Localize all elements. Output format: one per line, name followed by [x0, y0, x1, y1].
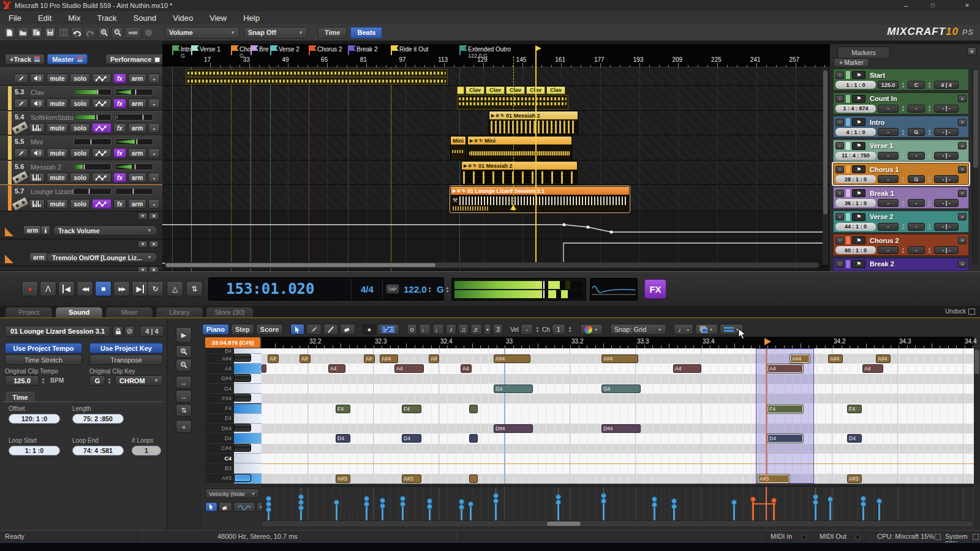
marker-tempo[interactable]: - [878, 128, 899, 136]
midi-note-A4[interactable] [262, 364, 266, 373]
menu-track[interactable]: Track [97, 13, 117, 23]
mute-button[interactable]: mute [47, 199, 69, 209]
menu-video[interactable]: Video [173, 13, 193, 23]
automation-icon[interactable] [92, 148, 111, 158]
offset-field[interactable]: 120: 1 :0 [9, 414, 60, 424]
zoom-out-icon[interactable] [111, 27, 123, 39]
rewind-button[interactable]: ◀◀ [77, 281, 93, 296]
track-volume-slider[interactable] [74, 114, 111, 121]
pr-drum-grid-icon[interactable] [377, 324, 399, 335]
pencil-icon[interactable] [14, 73, 28, 83]
track-row-5.4[interactable]: 5.4SoftHornStabsmutesolofxarm⌄ [0, 111, 162, 135]
marker-key[interactable]: G [908, 128, 925, 136]
marker-expand-icon[interactable]: › [835, 190, 844, 197]
time-mode-button[interactable]: Time [318, 27, 347, 39]
song-position[interactable]: 153:01.020 [226, 280, 315, 298]
go-to-start-button[interactable]: ◀ [58, 281, 75, 296]
piano-key-E4[interactable] [234, 414, 262, 424]
fx-button[interactable]: fx [113, 148, 126, 158]
automation-icon[interactable] [92, 123, 111, 133]
tap-tempo-button[interactable]: TAP [386, 284, 399, 294]
orig-tempo-spinner[interactable]: ▲▼ [40, 377, 46, 384]
mute-button[interactable]: mute [47, 173, 69, 182]
automation-type-dropdown[interactable]: Volume▼ [165, 27, 239, 39]
automation-icon[interactable] [92, 199, 111, 209]
marker-flag-icon[interactable]: ⚑ [852, 213, 865, 221]
piano-key-G4[interactable] [234, 384, 262, 394]
speaker-icon[interactable] [30, 73, 45, 83]
lane-arm-button[interactable]: arm [23, 225, 42, 235]
midi-note-D4[interactable]: D4 [336, 434, 350, 443]
midi-note-F4[interactable]: F4 [402, 405, 421, 413]
midi-note-D#4[interactable]: D#4 [494, 424, 533, 433]
orig-tempo-value[interactable]: 125.0 [5, 375, 39, 386]
stop-button[interactable]: ■ [95, 281, 111, 296]
track-volume-slider[interactable] [74, 163, 111, 170]
pr-snap-dropdown[interactable]: Snap: Grid▼ [610, 324, 666, 335]
arrange-h-scrollbar[interactable] [164, 262, 820, 268]
midi-note-A#3[interactable] [469, 474, 478, 483]
marker-close-icon[interactable]: × [958, 119, 967, 126]
marker-expand-icon[interactable]: › [835, 95, 844, 102]
marker-row-chorus-1[interactable]: ›⚑Chorus 1×28 : 1 : 0-▲▼G▲▼- | - [833, 163, 969, 185]
marker-key[interactable]: - [908, 105, 925, 113]
punch-in-out-button[interactable]: ⇅ [186, 281, 203, 296]
midi-note-A#3[interactable]: A#3 [758, 474, 790, 483]
key-spinner[interactable]: ▲▼ [445, 285, 450, 293]
midi-note-A#3[interactable]: A#3 [402, 474, 421, 483]
pr-triplet-button[interactable]: 3 [493, 324, 503, 335]
clav-cell[interactable]: Clav [546, 86, 565, 94]
pr-ch-value[interactable]: 1 [552, 324, 565, 335]
piano-icon[interactable] [29, 173, 45, 182]
clip-01-messiah-2[interactable]: ▶ ⊘ ↻01 Messiah 2 [489, 111, 578, 135]
zoom-in-icon[interactable] [98, 27, 110, 39]
midi-note-A4[interactable]: A4 [767, 364, 803, 373]
marker-key[interactable]: G [908, 175, 925, 183]
midi-note-G4[interactable]: G4 [494, 384, 533, 393]
notebook-icon[interactable] [58, 27, 69, 39]
track-row-5.7[interactable]: 5.7Lounge Lizard...mutesolofxarm⌄ [0, 185, 162, 211]
pencil-icon[interactable] [14, 148, 28, 158]
center-playhead-icon[interactable]: ⇅ [176, 404, 192, 417]
marker-position[interactable]: 44 : 1 : 0 [835, 223, 876, 231]
solo-button[interactable]: solo [70, 199, 90, 209]
marker-expand-icon[interactable]: › [835, 119, 844, 126]
pr-humanize-button[interactable]: ♩• [674, 324, 693, 335]
marker-position[interactable]: 1 : 4 : 874 [835, 105, 876, 113]
midi-note-A4[interactable]: A4 [862, 364, 883, 373]
clip-01-lounge-lizard-session-3-1[interactable]: ▶ ⊘ ↻01 Lounge Lizard Session 3.1⚒ [450, 186, 630, 212]
collapse-panel-icon[interactable]: « [176, 420, 192, 433]
solo-button[interactable]: solo [70, 173, 90, 182]
midi-settings-icon[interactable]: midi [125, 27, 141, 39]
go-to-end-button[interactable]: ▶ [132, 281, 148, 296]
import-icon[interactable] [31, 27, 42, 39]
h-zoom-in-icon[interactable]: ↔ [176, 376, 192, 389]
h-zoom-out-icon[interactable]: ↔ [176, 390, 192, 403]
marker-flag-icon[interactable]: ⚑ [852, 118, 865, 126]
piano-roll-h-scrollbar[interactable] [262, 520, 974, 527]
lane-param-dropdown[interactable]: Track Volume▼ [53, 225, 157, 236]
track-volume-slider[interactable] [74, 188, 111, 195]
eq-display[interactable] [590, 278, 638, 301]
marker-tempo[interactable]: - [878, 246, 899, 254]
arrange-v-scrollbar[interactable] [823, 69, 828, 264]
track-more-chevron[interactable]: ⌄ [148, 148, 160, 158]
pencil-icon[interactable] [14, 99, 28, 108]
clav-cell[interactable]: Clav [506, 86, 525, 94]
markers-tab[interactable]: Markers [837, 47, 890, 58]
marker-position[interactable]: 11 : 4 : 750 [835, 152, 876, 160]
track-row-5.6[interactable]: 5.6Messiah 2mutesolofxarm⌄ [0, 160, 162, 185]
add-track-button[interactable]: +Track [5, 54, 45, 64]
marker-signature[interactable]: - | - [934, 223, 959, 231]
marker-row-intro[interactable]: ›⚑Intro×4 : 1 : 0-▲▼G▲▼- | - [833, 116, 969, 138]
lane-add-icon[interactable]: + [138, 241, 148, 248]
track-volume-slider[interactable] [74, 138, 111, 145]
fx-button[interactable]: fx [113, 199, 126, 209]
pr-arrow-tool[interactable] [290, 324, 304, 335]
mute-button[interactable]: mute [47, 123, 69, 133]
track-more-chevron[interactable]: ⌄ [148, 123, 160, 133]
piano-roll-v-scrollbar[interactable] [974, 348, 980, 484]
marker-tempo[interactable]: - [878, 175, 899, 183]
piano-key-F4[interactable] [234, 404, 262, 414]
marker-signature[interactable]: - | - [934, 175, 959, 183]
